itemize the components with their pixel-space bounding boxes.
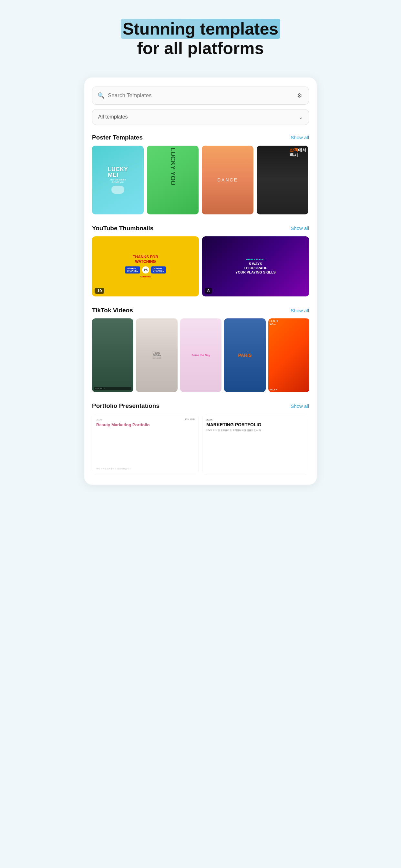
tiktok-section-title: TikTok Videos bbox=[92, 307, 133, 314]
pf2-year: 20XX bbox=[206, 418, 305, 421]
page-wrapper: Stunning templates for all platforms 🔍 ⚙… bbox=[78, 0, 323, 498]
youtube-section-header: YouTube Thumbnails Show all bbox=[92, 225, 309, 232]
youtube-show-all-link[interactable]: Show all bbox=[290, 225, 309, 231]
korean-text: 산책에서독서 bbox=[289, 148, 306, 159]
youtube-templates-row: THANKS FORWATCHING GAMINGCHANNEL 🎮 GAMIN… bbox=[92, 237, 309, 297]
hero-title: Stunning templates for all platforms bbox=[84, 20, 317, 58]
tt2-text: HappyBirthday bbox=[153, 352, 161, 356]
tt4-text: PARIS bbox=[238, 353, 251, 358]
tt2-date: 2025.09.03 bbox=[153, 357, 161, 359]
search-input[interactable] bbox=[108, 92, 296, 99]
portfolio-template-marketing[interactable]: 20XX Marketing Portfolio 20XX. 마케팅 포트폴리오… bbox=[202, 414, 309, 474]
lucky-me-label: LUCKYME! bbox=[108, 166, 128, 178]
tiktok-template-nature[interactable]: 2024.02.12 bbox=[92, 318, 133, 392]
tiktok-template-birthday[interactable]: HappyBirthday 2025.09.03 bbox=[136, 318, 177, 392]
pf1-subtitle: 뷰티 마케팅 포트폴리오 발표자료입니다. bbox=[96, 467, 131, 470]
portfolio-show-all-link[interactable]: Show all bbox=[290, 403, 309, 409]
portfolio-template-beauty[interactable]: 2020 KIM MIRI Beauty Marketing Portfolio… bbox=[92, 414, 199, 474]
poster-templates-row: LUCKYME! May the fortunebe with you LUCK… bbox=[92, 146, 309, 214]
main-card: 🔍 ⚙ All templates ⌄ Poster Templates Sho… bbox=[84, 78, 317, 485]
tt5-sale: SALE » bbox=[270, 389, 308, 391]
tt3-text: Seize the Day bbox=[191, 353, 210, 357]
tt5-text: FESTIVA... bbox=[270, 320, 308, 326]
poster-show-all-link[interactable]: Show all bbox=[290, 135, 309, 140]
dance-label: DANCE bbox=[217, 177, 238, 182]
tiktok-template-paris[interactable]: PARIS bbox=[224, 318, 266, 392]
yt2-count-badge: 8 bbox=[205, 288, 212, 294]
lucky-you-label: LUCKY YOU bbox=[169, 148, 177, 185]
youtube-section-title: YouTube Thumbnails bbox=[92, 225, 153, 232]
pf1-year: 2020 bbox=[96, 418, 102, 421]
poster-template-lucky-me[interactable]: LUCKYME! May the fortunebe with you bbox=[92, 146, 144, 214]
pf1-title: Beauty Marketing Portfolio bbox=[96, 423, 195, 428]
pf2-title: Marketing Portfolio bbox=[206, 423, 305, 427]
cloud-decoration bbox=[112, 186, 124, 194]
lucky-me-subtext: May the fortunebe with you bbox=[110, 179, 126, 183]
filter-button[interactable]: ⚙ bbox=[296, 91, 304, 100]
hero-line2: for all platforms bbox=[137, 39, 264, 58]
youtube-template-thanks-watching[interactable]: THANKS FORWATCHING GAMINGCHANNEL 🎮 GAMIN… bbox=[92, 237, 199, 297]
tt1-date: 2024.02.12 bbox=[94, 387, 131, 390]
yt1-title-text: THANKS FORWATCHING bbox=[133, 255, 158, 264]
pf2-subtext: 20XX. 마케팅 포트폴리오 프레젠테이션 템플릿 입니다. bbox=[206, 429, 305, 432]
yt2-title-text: 5 WAYSTO UPGRADEYOUR PLAYING SKILLS bbox=[235, 262, 276, 275]
search-icon: 🔍 bbox=[97, 92, 104, 99]
tiktok-templates-row: 2024.02.12 HappyBirthday 2025.09.03 Seiz… bbox=[92, 318, 309, 392]
yt1-count-badge: 10 bbox=[95, 288, 104, 294]
poster-section-header: Poster Templates Show all bbox=[92, 134, 309, 141]
portfolio-templates-row: 2020 KIM MIRI Beauty Marketing Portfolio… bbox=[92, 414, 309, 474]
search-bar[interactable]: 🔍 ⚙ bbox=[92, 87, 309, 104]
portfolio-section-header: Portfolio Presentations Show all bbox=[92, 402, 309, 409]
poster-template-lucky-you[interactable]: LUCKY YOU bbox=[147, 146, 198, 214]
portfolio-section-title: Portfolio Presentations bbox=[92, 402, 159, 409]
filter-icon: ⚙ bbox=[297, 92, 302, 99]
poster-template-korean[interactable]: 산책에서독서 bbox=[257, 146, 308, 214]
pf1-author: KIM MIRI bbox=[185, 418, 195, 421]
template-filter-dropdown[interactable]: All templates ⌄ bbox=[92, 109, 309, 125]
tiktok-template-seize-day[interactable]: Seize the Day bbox=[180, 318, 221, 392]
chevron-down-icon: ⌄ bbox=[299, 114, 303, 120]
youtube-template-5-ways[interactable]: THANKS FOR W... 5 WAYSTO UPGRADEYOUR PLA… bbox=[202, 237, 309, 297]
tiktok-section-header: TikTok Videos Show all bbox=[92, 307, 309, 314]
tiktok-show-all-link[interactable]: Show all bbox=[290, 308, 309, 313]
tiktok-template-festival[interactable]: FESTIVA... SALE » bbox=[268, 318, 309, 392]
hero-line1: Stunning templates bbox=[121, 19, 280, 39]
poster-section-title: Poster Templates bbox=[92, 134, 143, 141]
dropdown-label: All templates bbox=[98, 114, 128, 120]
poster-template-dance[interactable]: DANCE bbox=[202, 146, 253, 214]
